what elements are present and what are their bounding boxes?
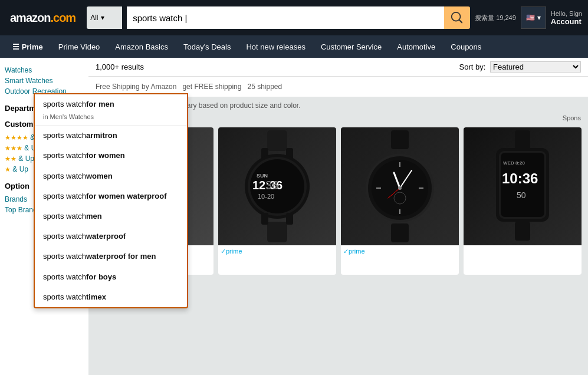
product-image-3 <box>341 127 459 245</box>
suggestion-prefix-7: sports watch <box>43 251 86 262</box>
svg-text:36: 36 <box>265 179 278 192</box>
amazon-logo[interactable]: amazon.com <box>6 8 80 28</box>
watch-svg-3 <box>356 130 444 242</box>
nav-item-automotive[interactable]: Automotive <box>390 40 442 54</box>
suggestion-bold-1: armitron <box>86 130 117 141</box>
account-greeting: Hello, Sign <box>551 10 582 17</box>
suggestion-bold-2: for women <box>86 150 125 161</box>
nav-item-coupons[interactable]: Coupons <box>444 40 488 54</box>
nav-item-amazon-basics[interactable]: Amazon Basics <box>109 40 175 54</box>
suggestion-bold-3: women <box>86 171 113 182</box>
autocomplete-item-9[interactable]: sports watch timex <box>35 287 187 307</box>
nav-item-new-releases[interactable]: Hot new releases <box>239 40 311 54</box>
svg-text:WED 8:20: WED 8:20 <box>503 160 525 166</box>
suggestion-bold-7: waterproof for men <box>86 251 156 262</box>
svg-rect-23 <box>267 222 287 242</box>
category-label: All <box>90 14 98 22</box>
results-count: 1,000+ results <box>96 63 144 71</box>
product-card-3[interactable]: ✓prime <box>341 127 459 275</box>
logo-dot: .com <box>50 11 75 24</box>
svg-rect-39 <box>391 223 409 242</box>
autocomplete-item-7[interactable]: sports watch waterproof for men <box>35 246 187 267</box>
svg-rect-47 <box>515 222 530 241</box>
autocomplete-item-6[interactable]: sports watch waterproof <box>35 226 187 246</box>
flag-icon: 🇺🇸 <box>526 14 535 22</box>
prime-badge-2: ✓prime <box>218 245 336 258</box>
suggestion-bold-5: men <box>86 211 102 222</box>
search-count: 搜索量 19,249 <box>475 14 516 22</box>
language-select[interactable]: 🇺🇸 ▾ <box>521 6 546 29</box>
suggestion-prefix-9: sports watch <box>43 292 86 302</box>
suggestion-prefix-4: sports watch <box>43 191 86 202</box>
navbar: ☰ Prime Prime Video Amazon Basics Today'… <box>0 35 588 58</box>
svg-text:10:36: 10:36 <box>502 170 538 186</box>
sidebar-item-smart-watches[interactable]: Smart Watches <box>5 75 84 86</box>
suggestion-prefix-0: sports watch <box>43 99 86 110</box>
nav-item-prime[interactable]: ☰ Prime <box>6 40 50 54</box>
search-input[interactable] <box>127 6 444 29</box>
autocomplete-dropdown: sports watch for men in Men's Watches sp… <box>34 93 188 308</box>
svg-rect-26 <box>391 130 409 149</box>
suggestion-prefix-2: sports watch <box>43 150 86 161</box>
svg-rect-13 <box>267 130 287 151</box>
svg-rect-24 <box>261 213 268 225</box>
content-wrapper: Watches Smart Watches Outdoor Recreation… <box>0 58 588 375</box>
suggestion-prefix-1: sports watch <box>43 130 86 141</box>
suggestion-prefix-8: sports watch <box>43 272 86 282</box>
autocomplete-item-8[interactable]: sports watch for boys <box>35 267 187 287</box>
suggestion-bold-4: for women waterproof <box>86 191 167 202</box>
chevron-down-icon: ▾ <box>537 14 541 22</box>
nav-item-deals[interactable]: Today's Deals <box>177 40 238 54</box>
svg-rect-40 <box>515 130 530 149</box>
sidebar-section-watches: Watches Smart Watches Outdoor Recreation <box>5 65 84 97</box>
search-bar <box>127 6 470 29</box>
nav-item-customer-service[interactable]: Customer Service <box>314 40 388 54</box>
autocomplete-item-1[interactable]: sports watch armitron <box>35 126 187 146</box>
nav-item-prime-video[interactable]: Prime Video <box>52 40 107 54</box>
account-menu[interactable]: Hello, Sign Account <box>551 10 582 26</box>
sort-label: Sort by: Featured Price: Low to High Pri… <box>459 61 581 73</box>
svg-text:10-20: 10-20 <box>258 193 274 200</box>
suggestion-bold-9: timex <box>86 292 106 302</box>
prime-badge-3: ✓prime <box>341 245 459 258</box>
product-image-4: WED 8:20 10:36 50 <box>464 127 582 245</box>
product-image-2: SUN 12:36 36 10-20 <box>218 127 336 245</box>
watch-svg-4: WED 8:20 10:36 50 <box>478 130 567 242</box>
results-bar: 1,000+ results Sort by: Featured Price: … <box>88 58 588 77</box>
sidebar-item-watches[interactable]: Watches <box>5 65 84 75</box>
svg-point-38 <box>398 186 402 190</box>
suggestion-prefix-6: sports watch <box>43 231 86 242</box>
suggestion-bold-0: for men <box>86 99 114 110</box>
autocomplete-item-3[interactable]: sports watch women <box>35 166 187 186</box>
autocomplete-item-0[interactable]: sports watch for men <box>35 94 187 112</box>
suggestion-bold-6: waterproof <box>86 231 126 242</box>
suggestion-prefix-5: sports watch <box>43 211 86 222</box>
svg-text:50: 50 <box>517 190 526 200</box>
sort-select[interactable]: Featured Price: Low to High Price: High … <box>490 61 581 73</box>
svg-rect-25 <box>286 213 293 225</box>
svg-text:SUN: SUN <box>257 173 268 179</box>
account-label: Account <box>551 17 582 26</box>
header: amazon.com All ▾ 搜索量 19,249 🇺🇸 ▾ Hello, … <box>0 0 588 35</box>
autocomplete-item-5[interactable]: sports watch men <box>35 206 187 226</box>
shipping-text: Free Shipping by Amazon get FREE shippin… <box>96 83 282 91</box>
autocomplete-item-2[interactable]: sports watch for women <box>35 146 187 166</box>
product-card-4[interactable]: WED 8:20 10:36 50 <box>464 127 582 275</box>
autocomplete-item-4[interactable]: sports watch for women waterproof <box>35 186 187 206</box>
search-button[interactable] <box>444 6 470 29</box>
autocomplete-sub-0: in Men's Watches <box>35 112 187 125</box>
watch-svg-2: SUN 12:36 36 10-20 <box>233 130 321 242</box>
suggestion-prefix-3: sports watch <box>43 171 86 182</box>
suggestion-bold-8: for boys <box>86 272 116 282</box>
product-card-2[interactable]: SUN 12:36 36 10-20 ✓prime <box>218 127 336 275</box>
chevron-down-icon: ▾ <box>101 14 104 22</box>
category-select[interactable]: All ▾ <box>87 6 122 29</box>
search-icon <box>451 11 464 24</box>
